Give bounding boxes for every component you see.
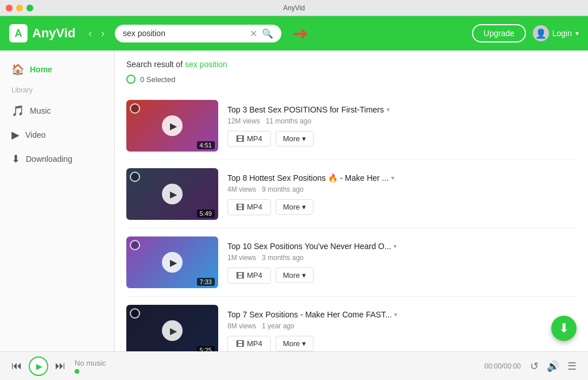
more-label: More: [283, 271, 300, 280]
next-button[interactable]: ⏭: [55, 360, 65, 372]
video-thumbnail[interactable]: ▶ 5:25: [126, 305, 218, 351]
duration-badge: 5:49: [197, 210, 215, 218]
expand-icon[interactable]: ▾: [391, 174, 394, 182]
video-select-circle[interactable]: [130, 308, 140, 319]
maximize-button[interactable]: [26, 5, 33, 11]
video-actions: 🎞 MP4 More ▾: [227, 131, 577, 147]
nav-arrows: ‹ ›: [85, 26, 108, 41]
video-item: ▶ 5:25 Top 7 Sex Positions - Make Her Co…: [126, 297, 577, 351]
track-name: No music: [75, 359, 475, 367]
select-all-circle[interactable]: [126, 75, 136, 84]
more-label: More: [283, 134, 300, 143]
video-info: Top 7 Sex Positions - Make Her Come FAST…: [227, 310, 577, 352]
more-button[interactable]: More ▾: [276, 199, 314, 215]
video-title-text: Top 8 Hottest Sex Positions 🔥 - Make Her…: [227, 173, 389, 183]
back-button[interactable]: ‹: [85, 26, 95, 41]
mp4-label: MP4: [247, 203, 262, 211]
title-bar: AnyVid: [0, 0, 588, 16]
avatar: 👤: [533, 25, 549, 41]
close-button[interactable]: [6, 5, 13, 11]
expand-icon[interactable]: ▾: [386, 106, 390, 114]
video-meta: 8M views 1 year ago: [227, 322, 577, 330]
repeat-icon[interactable]: ↺: [530, 360, 539, 373]
arrow-indicator: ➜: [293, 22, 308, 44]
bottom-bar: ⏮ ▶ ⏭ No music 00:00/00:00 ↺ 🔊 ☰: [0, 351, 588, 380]
duration-badge: 4:51: [197, 141, 215, 149]
video-title: Top 8 Hottest Sex Positions 🔥 - Make Her…: [227, 173, 577, 183]
selected-row: 0 Selected: [126, 75, 577, 84]
video-title-text: Top 3 Best Sex POSITIONS for First-Timer…: [227, 105, 384, 114]
track-info: No music: [75, 359, 475, 374]
library-section-label: Library: [0, 82, 114, 99]
search-input[interactable]: [123, 29, 245, 38]
sidebar-item-music[interactable]: 🎵 Music: [0, 99, 114, 123]
sidebar-downloading-label: Downloading: [26, 154, 72, 164]
main-layout: 🏠 Home Library 🎵 Music ▶ Video ⬇ Downloa…: [0, 51, 588, 351]
search-keyword: sex position: [185, 60, 227, 69]
selected-count: 0 Selected: [140, 75, 175, 84]
volume-icon[interactable]: 🔊: [547, 360, 559, 373]
login-area[interactable]: 👤 Login ▾: [533, 25, 579, 41]
search-icon[interactable]: 🔍: [262, 28, 273, 39]
video-play-button[interactable]: ▶: [162, 115, 183, 136]
chevron-down-icon: ▾: [302, 203, 306, 211]
sidebar: 🏠 Home Library 🎵 Music ▶ Video ⬇ Downloa…: [0, 51, 115, 351]
chevron-down-icon: ▾: [575, 29, 579, 37]
more-button[interactable]: More ▾: [276, 336, 314, 351]
sidebar-music-label: Music: [30, 106, 51, 115]
forward-button[interactable]: ›: [98, 26, 108, 41]
chevron-down-icon: ▾: [302, 134, 306, 143]
sidebar-item-downloading[interactable]: ⬇ Downloading: [0, 147, 114, 171]
mp4-button[interactable]: 🎞 MP4: [227, 131, 271, 147]
clear-icon[interactable]: ✕: [250, 28, 257, 39]
film-icon: 🎞: [236, 339, 244, 348]
sidebar-item-home[interactable]: 🏠 Home: [0, 57, 114, 82]
video-actions: 🎞 MP4 More ▾: [227, 267, 577, 284]
more-button[interactable]: More ▾: [276, 267, 314, 283]
expand-icon[interactable]: ▾: [393, 242, 397, 250]
mp4-button[interactable]: 🎞 MP4: [227, 336, 271, 352]
expand-icon[interactable]: ▾: [394, 311, 397, 319]
film-icon: 🎞: [236, 203, 244, 212]
upgrade-button[interactable]: Upgrade: [472, 24, 526, 42]
video-select-circle[interactable]: [130, 103, 140, 114]
player-controls: ⏮ ▶ ⏭: [11, 356, 65, 376]
video-select-circle[interactable]: [130, 240, 140, 250]
chevron-down-icon: ▾: [302, 271, 306, 280]
download-fab[interactable]: ⬇: [551, 316, 577, 341]
video-thumbnail[interactable]: ▶ 5:49: [126, 168, 218, 220]
playlist-icon[interactable]: ☰: [567, 360, 577, 373]
video-info: Top 3 Best Sex POSITIONS for First-Timer…: [227, 105, 577, 147]
video-title: Top 7 Sex Positions - Make Her Come FAST…: [227, 310, 577, 319]
mp4-button[interactable]: 🎞 MP4: [227, 267, 271, 284]
mp4-button[interactable]: 🎞 MP4: [227, 199, 271, 215]
video-item: ▶ 4:51 Top 3 Best Sex POSITIONS for Firs…: [126, 92, 577, 160]
more-button[interactable]: More ▾: [276, 131, 314, 146]
video-thumbnail[interactable]: ▶ 4:51: [126, 100, 218, 152]
sidebar-item-video[interactable]: ▶ Video: [0, 123, 114, 147]
video-meta: 1M views 3 months ago: [227, 254, 577, 262]
bottom-icons: ↺ 🔊 ☰: [530, 360, 577, 373]
video-item: ▶ 7:33 Top 10 Sex Positions You've Never…: [126, 228, 577, 297]
video-play-button[interactable]: ▶: [162, 184, 183, 204]
music-icon: 🎵: [11, 104, 24, 117]
content-area: Search result of sex position 0 Selected…: [115, 51, 588, 351]
video-meta: 12M views 11 months ago: [227, 117, 577, 125]
video-thumbnail[interactable]: ▶ 7:33: [126, 236, 218, 288]
video-play-button[interactable]: ▶: [162, 320, 183, 341]
video-title: Top 10 Sex Positions You've Never Heard …: [227, 242, 577, 251]
search-bar: ✕ 🔍: [115, 25, 281, 42]
video-play-button[interactable]: ▶: [162, 252, 183, 273]
minimize-button[interactable]: [16, 5, 23, 11]
video-select-circle[interactable]: [130, 172, 140, 182]
header: A AnyVid ‹ › ✕ 🔍 ➜ Upgrade 👤 Login ▾: [0, 16, 588, 51]
play-pause-button[interactable]: ▶: [29, 356, 48, 376]
search-result-header: Search result of sex position: [126, 60, 577, 69]
prev-button[interactable]: ⏮: [11, 360, 22, 372]
play-triangle: ▶: [170, 121, 177, 131]
video-info: Top 8 Hottest Sex Positions 🔥 - Make Her…: [227, 173, 577, 215]
home-icon: 🏠: [11, 63, 24, 76]
download-icon: ⬇: [11, 153, 20, 165]
video-item: ▶ 5:49 Top 8 Hottest Sex Positions 🔥 - M…: [126, 160, 577, 228]
video-actions: 🎞 MP4 More ▾: [227, 336, 577, 352]
